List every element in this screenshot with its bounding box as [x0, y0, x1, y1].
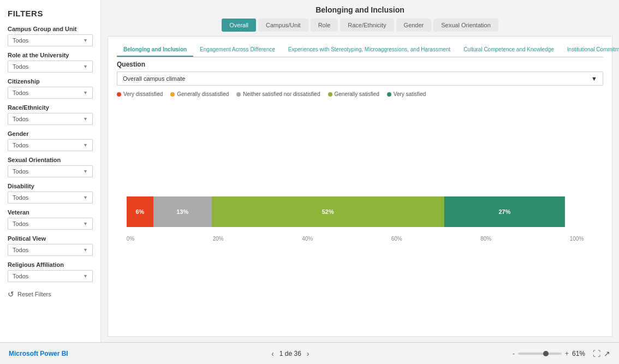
sidebar: FILTERS Campus Group and Unit Todos ▼ Ro… — [0, 0, 101, 342]
x-axis-label-1: 20% — [213, 236, 224, 242]
sub-tab-cultural[interactable]: Cultural Competence and Knowledge — [457, 43, 561, 57]
question-value: Overall campus climate — [123, 75, 185, 82]
filter-select-8[interactable]: Todos ▼ — [8, 244, 93, 256]
filter-label-8: Political View — [8, 235, 93, 242]
filter-chevron-icon-2: ▼ — [83, 90, 88, 96]
sub-tab-belonging[interactable]: Belonging and Inclusion — [117, 43, 193, 57]
legend-label-0: Very dissatisfied — [123, 91, 163, 97]
filter-label-1: Role at the University — [8, 52, 93, 58]
tab-campus-unit[interactable]: Campus/Unit — [258, 19, 308, 32]
powerbi-link[interactable]: Microsoft Power BI — [9, 350, 68, 357]
zoom-level: 61% — [572, 350, 585, 357]
x-axis-label-3: 60% — [391, 236, 402, 242]
tab-sexual-orientation[interactable]: Sexual Orientation — [433, 19, 498, 32]
filter-select-3[interactable]: Todos ▼ — [8, 113, 93, 125]
filter-chevron-icon-5: ▼ — [83, 169, 88, 174]
reset-filters-button[interactable]: ↺ Reset Filters — [8, 290, 93, 299]
filter-value-6: Todos — [13, 194, 28, 201]
x-axis-label-2: 40% — [302, 236, 313, 242]
zoom-thumb — [543, 351, 549, 356]
filter-group-1: Role at the University Todos ▼ — [8, 52, 93, 73]
page-title: Belonging and Inclusion — [316, 5, 404, 14]
sub-tab-institutional[interactable]: Institutional Commitment to Diversity, E… — [561, 43, 619, 57]
bar-segment-2: 52% — [212, 196, 444, 227]
legend-dot-1 — [170, 92, 175, 97]
page-title-bar: Belonging and Inclusion — [108, 5, 612, 14]
legend-label-4: Very satisfied — [394, 91, 426, 97]
legend-item-3: Generally satisfied — [328, 91, 379, 97]
filter-chevron-icon-6: ▼ — [83, 195, 88, 200]
filter-value-4: Todos — [13, 142, 28, 148]
x-axis: 0%20%40%60%80%100% — [127, 236, 584, 242]
filter-label-5: Sexual Orientation — [8, 157, 93, 163]
filter-group-0: Campus Group and Unit Todos ▼ — [8, 26, 93, 46]
sub-tab-row: Belonging and InclusionEngagement Across… — [117, 43, 603, 57]
bar-stack: 6%13%52%27% — [127, 196, 574, 227]
filter-select-6[interactable]: Todos ▼ — [8, 192, 93, 204]
filter-value-3: Todos — [13, 116, 28, 122]
x-axis-label-5: 100% — [570, 236, 584, 242]
filter-group-7: Veteran Todos ▼ — [8, 209, 93, 230]
prev-page-button[interactable]: ‹ — [271, 349, 274, 358]
filter-label-0: Campus Group and Unit — [8, 26, 93, 32]
bar-row: 6%13%52%27% — [117, 196, 603, 227]
footer: Microsoft Power BI ‹ 1 de 36 › - + 61% ⛶… — [0, 342, 619, 364]
chart-area: Belonging and InclusionEngagement Across… — [108, 36, 612, 337]
legend-dot-0 — [117, 92, 121, 97]
filter-select-1[interactable]: Todos ▼ — [8, 61, 93, 73]
filter-value-0: Todos — [13, 37, 28, 44]
right-panel: Belonging and Inclusion OverallCampus/Un… — [101, 0, 619, 342]
filter-chevron-icon-1: ▼ — [83, 64, 88, 69]
zoom-in-button[interactable]: + — [565, 350, 569, 357]
filter-value-1: Todos — [13, 63, 28, 70]
filter-select-5[interactable]: Todos ▼ — [8, 165, 93, 177]
filter-group-3: Race/Ethnicity Todos ▼ — [8, 104, 93, 125]
bar-segment-0: 6% — [127, 196, 153, 227]
filter-group-4: Gender Todos ▼ — [8, 130, 93, 151]
filter-value-9: Todos — [13, 273, 28, 279]
filter-chevron-icon-0: ▼ — [83, 38, 88, 43]
question-select[interactable]: Overall campus climate ▼ — [117, 71, 603, 86]
zoom-slider[interactable] — [518, 353, 562, 355]
filter-select-9[interactable]: Todos ▼ — [8, 270, 93, 282]
filter-select-0[interactable]: Todos ▼ — [8, 34, 93, 46]
legend-item-4: Very satisfied — [387, 91, 426, 97]
legend-item-2: Neither satisfied nor dissatisfied — [236, 91, 320, 97]
fullscreen-icon[interactable]: ⛶ — [593, 349, 600, 358]
sub-tab-engagement[interactable]: Engagement Across Difference — [193, 43, 282, 57]
filter-label-2: Citizenship — [8, 78, 93, 85]
sub-tab-experiences[interactable]: Experiences with Stereotyping, Microaggr… — [282, 43, 457, 57]
question-chevron-icon: ▼ — [591, 75, 597, 82]
legend-dot-2 — [236, 92, 241, 97]
share-icon[interactable]: ↗ — [604, 349, 610, 358]
filter-chevron-icon-4: ▼ — [83, 142, 88, 148]
filter-group-9: Religious Affiliation Todos ▼ — [8, 261, 93, 282]
filter-select-2[interactable]: Todos ▼ — [8, 87, 93, 99]
reset-icon: ↺ — [8, 290, 14, 299]
question-label: Question — [117, 61, 603, 68]
tab-gender[interactable]: Gender — [396, 19, 432, 32]
tab-role[interactable]: Role — [311, 19, 338, 32]
page-indicator: 1 de 36 — [279, 350, 301, 357]
legend-label-1: Generally dissatisfied — [177, 91, 229, 97]
legend-dot-4 — [387, 92, 391, 97]
zoom-out-button[interactable]: - — [513, 350, 515, 357]
filter-value-7: Todos — [13, 220, 28, 227]
filters-title: FILTERS — [8, 9, 93, 18]
legend-label-3: Generally satisfied — [335, 91, 379, 97]
filter-chevron-icon-9: ▼ — [83, 273, 88, 279]
next-page-button[interactable]: › — [307, 349, 310, 358]
tab-overall[interactable]: Overall — [222, 19, 256, 32]
filter-chevron-icon-8: ▼ — [83, 247, 88, 253]
filter-label-7: Veteran — [8, 209, 93, 216]
filter-group-6: Disability Todos ▼ — [8, 183, 93, 204]
bar-chart-container: 6%13%52%27% 0%20%40%60%80%100% — [117, 103, 603, 330]
filter-select-7[interactable]: Todos ▼ — [8, 218, 93, 230]
filter-label-6: Disability — [8, 183, 93, 189]
bar-segment-3: 27% — [444, 196, 565, 227]
filter-value-5: Todos — [13, 168, 28, 175]
filter-label-4: Gender — [8, 130, 93, 137]
tab-race-ethnicity[interactable]: Race/Ethnicity — [340, 19, 394, 32]
filter-group-5: Sexual Orientation Todos ▼ — [8, 157, 93, 177]
filter-select-4[interactable]: Todos ▼ — [8, 139, 93, 151]
